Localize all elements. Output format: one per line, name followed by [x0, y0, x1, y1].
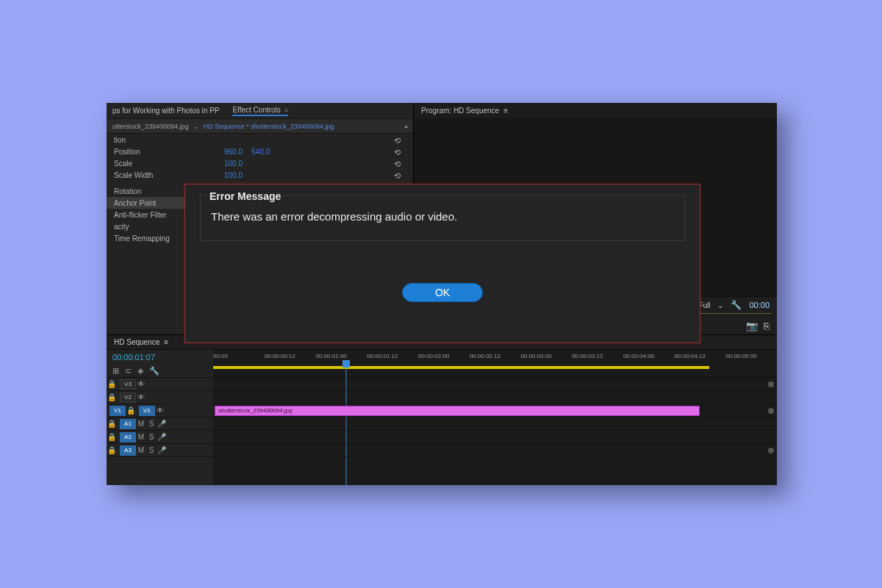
track-target-v3[interactable]: V3 — [120, 379, 136, 390]
error-dialog: Error Message There was an error decompr… — [184, 184, 700, 343]
work-area-bar[interactable] — [213, 366, 709, 369]
tab-effect-controls[interactable]: Effect Controls ≡ — [232, 106, 287, 116]
linked-selection-icon[interactable]: ⊂ — [125, 366, 132, 376]
solo-button[interactable]: S — [146, 433, 157, 441]
prop-scale-width[interactable]: Scale Width 100.0 — [107, 169, 413, 181]
panel-menu-icon[interactable]: ≡ — [284, 107, 288, 114]
scroll-indicator[interactable] — [768, 381, 774, 387]
track-header-a1[interactable]: 🔒 A1 M S 🎤 — [107, 417, 213, 431]
scroll-indicator[interactable] — [768, 448, 774, 453]
tab-program[interactable]: Program: HD Sequence — [421, 107, 499, 115]
ruler-tick-label: 00:00:02:00 — [418, 353, 470, 359]
tab-timeline-sequence[interactable]: HD Sequence — [114, 338, 159, 346]
prop-motion[interactable]: tion — [107, 134, 413, 146]
tab-effect-controls-label: Effect Controls — [232, 106, 280, 114]
solo-button[interactable]: S — [146, 446, 157, 454]
snap-icon[interactable]: ⊞ — [112, 366, 119, 376]
panel-menu-icon[interactable]: ≡ — [503, 107, 508, 115]
marker-icon[interactable]: ◈ — [137, 366, 143, 376]
voiceover-mic-icon[interactable]: 🎤 — [157, 420, 167, 428]
clip-row-v3[interactable] — [213, 378, 777, 391]
scroll-indicator[interactable] — [768, 408, 774, 414]
snapshot-icon[interactable]: 📷 — [746, 320, 758, 331]
prop-value[interactable]: 100.0 — [224, 171, 243, 179]
source-sequence-clip[interactable]: HD Sequence * shutterstock_239400094.jpg — [204, 123, 334, 130]
track-header-list: 🔒 V3 👁 🔒 V2 👁 V1 🔒 V1 👁 — [107, 378, 213, 485]
timeline-panel: HD Sequence ≡ 00:00:01:07 ⊞ ⊂ ◈ 🔧 🔒 V3 — [107, 334, 777, 485]
prop-value[interactable]: 100.0 — [224, 159, 243, 168]
track-header-a2[interactable]: 🔒 A2 M S 🎤 — [107, 431, 213, 444]
error-groupbox: Error Message There was an error decompr… — [200, 195, 685, 241]
clip-label: shutterstock_239400094.jpg — [218, 407, 293, 414]
eye-icon[interactable]: 👁 — [155, 406, 165, 415]
clip-row-a3[interactable] — [213, 444, 777, 457]
prop-value-x[interactable]: 960.0 — [224, 148, 243, 156]
ruler-tick-label: 00:00:02:12 — [470, 353, 521, 359]
ruler-ticks: 00:0000:00:00:1200:00:01:0000:00:01:1200… — [213, 353, 777, 359]
lock-icon[interactable]: 🔒 — [107, 420, 117, 428]
panel-menu-icon[interactable]: ≡ — [164, 338, 168, 346]
ruler-tick-label: 00:00 — [213, 353, 265, 359]
clip-row-v2[interactable] — [213, 391, 777, 404]
eye-icon[interactable]: 👁 — [136, 380, 146, 388]
track-header-v3[interactable]: 🔒 V3 👁 — [107, 378, 213, 391]
settings-wrench-icon[interactable]: 🔧 — [731, 300, 742, 310]
lock-icon[interactable]: 🔒 — [107, 393, 117, 401]
solo-button[interactable]: S — [146, 420, 157, 428]
timeline-track-area[interactable]: 00:0000:00:00:1200:00:01:0000:00:01:1200… — [213, 350, 777, 485]
prop-label: tion — [114, 136, 224, 144]
ruler-tick-label: 00:00:03:12 — [572, 353, 623, 359]
track-target-v1[interactable]: V1 — [139, 406, 155, 416]
ruler-tick-label: 00:00:00:12 — [265, 353, 316, 359]
lock-icon[interactable]: 🔒 — [107, 433, 117, 441]
effect-controls-tabbar: ps for Working with Photos in PP Effect … — [107, 103, 413, 119]
track-header-a3[interactable]: 🔒 A3 M S 🎤 — [107, 444, 213, 457]
track-header-v2[interactable]: 🔒 V2 👁 — [107, 391, 213, 404]
error-dialog-title: Error Message — [207, 190, 284, 202]
clip-row-a1[interactable] — [213, 417, 777, 431]
source-breadcrumb: utterstock_239400094.jpg ⌄ HD Sequence *… — [107, 119, 413, 134]
track-target-a1[interactable]: A1 — [120, 419, 136, 429]
timeline-ruler[interactable]: 00:0000:00:00:1200:00:01:0000:00:01:1200… — [213, 350, 777, 378]
video-clip[interactable]: shutterstock_239400094.jpg — [215, 406, 700, 416]
ruler-tick-label: 00:00:03:00 — [520, 353, 572, 359]
mute-button[interactable]: M — [136, 446, 146, 454]
export-frame-icon[interactable]: ⎘ — [764, 320, 770, 331]
voiceover-mic-icon[interactable]: 🎤 — [157, 446, 167, 454]
prop-value-y[interactable]: 540.0 — [251, 148, 270, 156]
ruler-tick-label: 00:00:01:12 — [367, 353, 418, 359]
prop-label: Scale Width — [114, 171, 224, 179]
ok-button[interactable]: OK — [402, 283, 483, 302]
track-target-a2[interactable]: A2 — [120, 432, 136, 442]
clip-row-a2[interactable] — [213, 431, 777, 444]
current-timecode[interactable]: 00:00:01:07 — [112, 353, 155, 362]
source-master-clip[interactable]: utterstock_239400094.jpg — [112, 123, 189, 130]
track-target-a3[interactable]: A3 — [120, 445, 136, 456]
zoom-chevron-icon[interactable]: ⌄ — [717, 301, 723, 309]
voiceover-mic-icon[interactable]: 🎤 — [157, 433, 167, 441]
track-target-v2[interactable]: V2 — [120, 392, 136, 403]
tab-tips[interactable]: ps for Working with Photos in PP — [112, 107, 219, 115]
settings-wrench-icon[interactable]: 🔧 — [149, 366, 159, 376]
playhead-toggle-icon[interactable]: ▸ — [400, 123, 413, 130]
lock-icon[interactable]: 🔒 — [126, 406, 136, 415]
error-dialog-message: There was an error decompressing audio o… — [201, 209, 684, 223]
eye-icon[interactable]: 👁 — [136, 393, 146, 401]
mute-button[interactable]: M — [136, 433, 146, 441]
timeline-body: 00:00:01:07 ⊞ ⊂ ◈ 🔧 🔒 V3 👁 🔒 — [107, 350, 777, 485]
ruler-tick-label: 00:00:04:12 — [675, 353, 726, 359]
lock-icon[interactable]: 🔒 — [107, 446, 117, 454]
dialog-button-row: OK — [200, 241, 685, 332]
clip-row-v1[interactable]: shutterstock_239400094.jpg — [213, 404, 777, 417]
program-out-timecode[interactable]: 00:00 — [749, 301, 770, 309]
source-patch-v1[interactable]: V1 — [110, 406, 126, 416]
ruler-tick-label: 00:00:01:00 — [315, 353, 367, 359]
prop-position[interactable]: Position 960.0 540.0 — [107, 146, 413, 157]
lock-icon[interactable]: 🔒 — [107, 380, 117, 388]
mute-button[interactable]: M — [136, 420, 146, 428]
playhead[interactable] — [343, 360, 350, 368]
prop-scale[interactable]: Scale 100.0 — [107, 157, 413, 169]
track-header-v1[interactable]: V1 🔒 V1 👁 — [107, 404, 213, 417]
prop-label: Position — [114, 148, 224, 156]
chevron-down-icon[interactable]: ⌄ — [193, 123, 199, 130]
